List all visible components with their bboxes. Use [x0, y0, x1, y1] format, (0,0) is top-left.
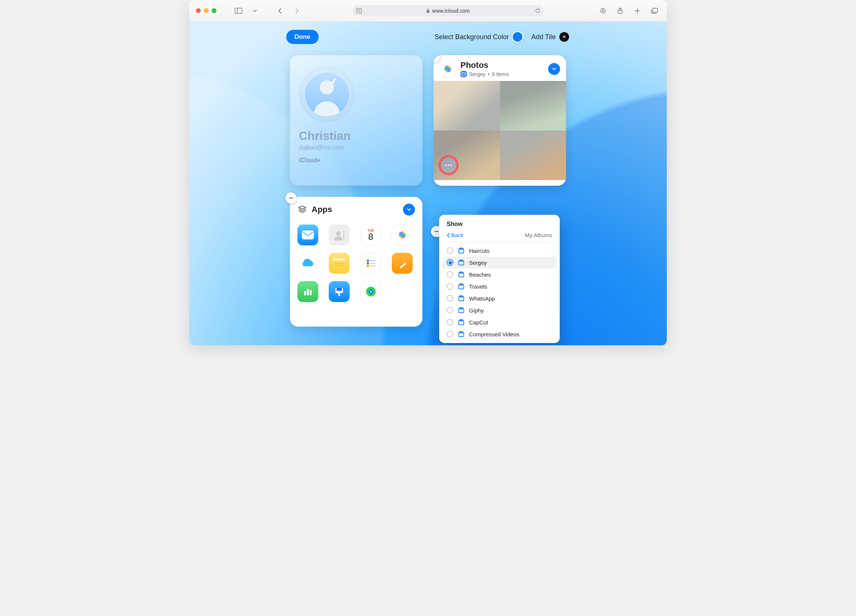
popover-title: Show	[439, 219, 560, 230]
svg-rect-2	[356, 9, 362, 13]
radio-icon	[446, 319, 453, 326]
app-keynote-icon[interactable]	[329, 281, 349, 302]
svg-rect-35	[310, 290, 312, 295]
background-color-label: Select Background Color	[435, 33, 509, 41]
svg-point-28	[367, 265, 369, 267]
lock-icon	[426, 9, 430, 13]
add-tile-control[interactable]: Add Tile +	[531, 32, 569, 42]
minimize-window-button[interactable]	[204, 8, 209, 13]
done-button[interactable]: Done	[286, 30, 319, 44]
app-reminders-icon[interactable]	[360, 253, 381, 274]
chevron-left-icon	[446, 233, 450, 238]
album-option[interactable]: Giphy	[442, 304, 557, 316]
svg-rect-8	[653, 8, 657, 12]
album-option-label: Giphy	[469, 307, 483, 313]
plus-icon: +	[559, 32, 569, 42]
safari-window: www.icloud.com Done Selec	[189, 0, 667, 345]
profile-plan: iCloud+	[299, 157, 413, 164]
tab-overview-icon[interactable]	[649, 6, 660, 16]
app-pages-icon[interactable]	[392, 253, 413, 274]
url-text: www.icloud.com	[432, 8, 470, 14]
photos-album-name: Sergey	[469, 71, 485, 77]
profile-name: Christian	[299, 129, 413, 143]
icloud-page: Done Select Background Color Add Tile +	[189, 22, 667, 345]
apps-tile-title: Apps	[312, 205, 332, 214]
radio-icon	[446, 295, 453, 302]
photo-thumb[interactable]	[500, 131, 567, 180]
album-option-label: WhatsApp	[469, 295, 495, 302]
svg-rect-32	[400, 263, 406, 269]
more-options-button[interactable]	[440, 157, 457, 174]
tab-group-chevron-icon[interactable]	[249, 6, 260, 16]
address-bar[interactable]: www.icloud.com	[353, 5, 543, 16]
svg-rect-33	[304, 291, 306, 295]
background-color-control[interactable]: Select Background Color	[435, 32, 522, 42]
photo-thumb[interactable]	[500, 81, 567, 131]
fullscreen-window-button[interactable]	[212, 8, 216, 13]
window-controls	[196, 8, 216, 13]
photo-thumb[interactable]	[434, 131, 500, 180]
photos-tile[interactable]: − Photos	[434, 55, 566, 186]
sidebar-toggle-button[interactable]	[233, 6, 244, 16]
annotation-circle	[439, 155, 459, 175]
profile-tile[interactable]: Christian dujkan@me.com iCloud+	[290, 55, 422, 186]
apps-tile[interactable]: − Apps	[290, 197, 422, 327]
album-option[interactable]: CapCut	[442, 316, 557, 328]
svg-rect-34	[307, 289, 309, 295]
app-grid: TUE 8	[297, 224, 415, 302]
svg-rect-23	[333, 258, 346, 261]
svg-point-27	[367, 262, 369, 264]
album-option[interactable]: Haircuts	[442, 244, 557, 257]
album-option[interactable]: Beaches	[442, 269, 557, 280]
tile-expand-button[interactable]	[548, 63, 560, 75]
photos-app-icon	[440, 61, 456, 77]
radio-icon	[446, 283, 453, 290]
app-photos-icon[interactable]	[392, 224, 413, 245]
downloads-icon[interactable]	[597, 6, 609, 16]
reader-mode-icon[interactable]	[356, 8, 362, 14]
show-album-popover: Show Back My Albums HaircutsSergeyBeache…	[439, 215, 560, 343]
new-tab-icon[interactable]	[632, 6, 643, 16]
svg-rect-5	[426, 11, 430, 13]
app-drive-icon[interactable]	[297, 253, 318, 274]
background-color-swatch[interactable]	[513, 32, 522, 42]
photos-item-count: 8 items	[492, 71, 509, 77]
album-icon	[460, 71, 467, 77]
avatar-container	[299, 66, 355, 122]
app-notes-icon[interactable]	[329, 253, 349, 274]
remove-tile-button[interactable]: −	[285, 192, 297, 204]
svg-rect-37	[339, 293, 340, 296]
app-findmy-icon[interactable]	[360, 281, 381, 302]
svg-rect-14	[462, 73, 465, 75]
popover-breadcrumb: My Albums	[525, 232, 552, 238]
app-contacts-icon[interactable]	[329, 224, 349, 245]
nav-forward-button[interactable]	[291, 6, 302, 16]
radio-icon	[446, 307, 453, 313]
close-window-button[interactable]	[196, 8, 201, 13]
radio-icon	[446, 247, 453, 254]
reload-icon[interactable]	[535, 8, 540, 14]
app-mail-icon[interactable]	[297, 224, 318, 245]
photo-thumb[interactable]	[434, 81, 500, 131]
app-calendar-icon[interactable]: TUE 8	[360, 224, 381, 245]
tile-expand-button[interactable]	[403, 204, 415, 215]
popover-back-button[interactable]: Back	[446, 232, 463, 238]
album-option-label: Travels	[469, 283, 487, 290]
album-option[interactable]: Compressed Videos	[442, 328, 557, 340]
album-option-label: Sergey	[469, 260, 487, 266]
svg-rect-38	[337, 288, 342, 291]
app-numbers-icon[interactable]	[297, 281, 318, 302]
svg-point-17	[336, 231, 341, 236]
album-option[interactable]: Sergey	[442, 257, 557, 269]
radio-icon	[446, 331, 453, 338]
add-tile-label: Add Tile	[531, 33, 556, 41]
avatar-person-icon	[305, 72, 349, 116]
album-option[interactable]: Travels	[442, 280, 557, 292]
album-option-label: Beaches	[469, 272, 491, 278]
nav-back-button[interactable]	[275, 6, 286, 16]
calendar-day: 8	[368, 232, 373, 241]
album-option[interactable]: WhatsApp	[442, 292, 557, 304]
svg-rect-16	[302, 230, 314, 240]
toolbar-right	[597, 6, 660, 16]
share-icon[interactable]	[614, 6, 626, 16]
